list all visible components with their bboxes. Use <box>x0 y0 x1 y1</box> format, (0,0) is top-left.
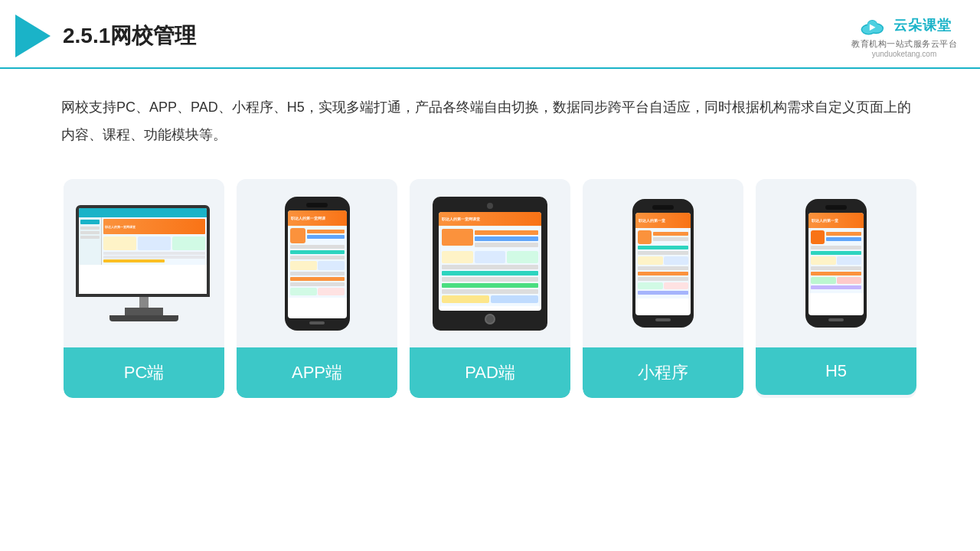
card-app: 职达人的第一堂网课 <box>237 179 397 398</box>
card-pc: 职达人的第一堂网课堂 <box>64 179 224 398</box>
miniprogram-phone-screen: 职达人的第一堂 <box>635 213 691 315</box>
brand-logo: 云朵课堂 <box>857 14 952 37</box>
miniprogram-phone-mockup: 职达人的第一堂 <box>632 199 694 328</box>
cards-container: 职达人的第一堂网课堂 <box>0 156 980 421</box>
card-pc-label: PC端 <box>64 347 224 398</box>
card-pad-image: 职达人的第一堂网课堂 <box>410 179 570 347</box>
h5-phone-mockup: 职达人的第一堂 <box>805 199 867 328</box>
app-phone-mockup: 职达人的第一堂网课 <box>285 197 350 331</box>
card-miniprogram-label: 小程序 <box>583 347 743 398</box>
description-text: 网校支持PC、APP、PAD、小程序、H5，实现多端打通，产品各终端自由切换，数… <box>0 69 980 156</box>
card-h5-image: 职达人的第一堂 <box>756 179 916 347</box>
card-app-image: 职达人的第一堂网课 <box>237 179 397 347</box>
card-h5-label: H5 <box>756 347 916 395</box>
card-pad: 职达人的第一堂网课堂 <box>410 179 570 398</box>
card-miniprogram-image: 职达人的第一堂 <box>583 179 743 347</box>
card-h5: 职达人的第一堂 <box>756 179 916 398</box>
page-title: 2.5.1网校管理 <box>63 21 196 51</box>
pc-mockup: 职达人的第一堂网课堂 <box>76 205 212 321</box>
logo-triangle-icon <box>15 15 51 57</box>
tablet-mockup: 职达人的第一堂网课堂 <box>433 197 547 331</box>
brand-url: yunduoketang.com <box>872 50 937 58</box>
pc-screen: 职达人的第一堂网课堂 <box>76 205 210 297</box>
brand-slogan: 教育机构一站式服务云平台 <box>851 38 957 50</box>
brand-name: 云朵课堂 <box>893 16 952 34</box>
card-miniprogram: 职达人的第一堂 <box>583 179 743 398</box>
tablet-screen: 职达人的第一堂网课堂 <box>439 212 541 311</box>
page-header: 2.5.1网校管理 云朵课堂 教育机构一站式服务云平台 yunduoketang… <box>0 0 980 69</box>
card-pad-label: PAD端 <box>410 347 570 398</box>
header-left: 2.5.1网校管理 <box>15 15 196 57</box>
header-right: 云朵课堂 教育机构一站式服务云平台 yunduoketang.com <box>851 14 957 58</box>
app-phone-screen: 职达人的第一堂网课 <box>288 210 347 318</box>
card-app-label: APP端 <box>237 347 397 398</box>
h5-phone-screen: 职达人的第一堂 <box>808 213 864 315</box>
cloud-logo-icon <box>857 14 889 37</box>
card-pc-image: 职达人的第一堂网课堂 <box>64 179 224 347</box>
